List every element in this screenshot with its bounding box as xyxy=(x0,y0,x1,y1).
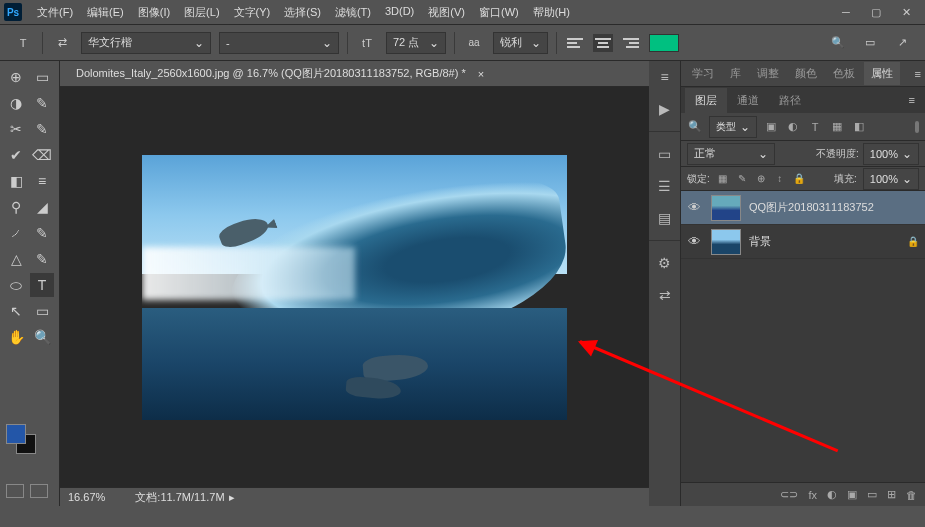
color-picker[interactable] xyxy=(6,424,38,456)
font-style-dropdown[interactable]: - xyxy=(219,32,339,54)
screen-mode-icon[interactable] xyxy=(30,484,48,498)
layers-bottom-icon-0[interactable]: ⊂⊃ xyxy=(780,488,798,501)
text-color-swatch[interactable] xyxy=(649,34,679,52)
lock-icon-3[interactable]: ↕ xyxy=(773,172,787,186)
panel-tab-调整[interactable]: 调整 xyxy=(750,62,786,85)
tool-14[interactable]: △ xyxy=(4,247,28,271)
collapsed-panel-icon-1[interactable]: ▶ xyxy=(655,99,675,119)
font-family-dropdown[interactable]: 华文行楷 xyxy=(81,32,211,54)
foreground-color-swatch[interactable] xyxy=(6,424,26,444)
collapsed-panel-icon-4[interactable]: ☰ xyxy=(655,176,675,196)
collapsed-panel-icon-5[interactable]: ▤ xyxy=(655,208,675,228)
tool-13[interactable]: ✎ xyxy=(30,221,54,245)
layer-filter-icon-1[interactable]: ◐ xyxy=(785,119,801,135)
tool-6[interactable]: ✔ xyxy=(4,143,28,167)
search-icon[interactable]: 🔍 xyxy=(827,32,849,54)
tool-1[interactable]: ▭ xyxy=(30,65,54,89)
workspace-icon[interactable]: ▭ xyxy=(859,32,881,54)
collapsed-panel-icon-3[interactable]: ▭ xyxy=(655,144,675,164)
layers-bottom-icon-3[interactable]: ▣ xyxy=(847,488,857,501)
tool-preset-icon[interactable]: T xyxy=(12,32,34,54)
canvas[interactable] xyxy=(60,87,649,487)
panel-tab-学习[interactable]: 学习 xyxy=(685,62,721,85)
document-tab[interactable]: Dolomites_Italy_2560x1600.jpg @ 16.7% (Q… xyxy=(60,61,649,87)
tool-19[interactable]: ▭ xyxy=(30,299,54,323)
layer-name-label[interactable]: QQ图片20180311183752 xyxy=(749,200,921,215)
blend-mode-dropdown[interactable]: 正常 xyxy=(687,143,775,165)
menu-item-6[interactable]: 滤镜(T) xyxy=(328,5,378,20)
font-size-dropdown[interactable]: 72 点 xyxy=(386,32,446,54)
tool-16[interactable]: ⬭ xyxy=(4,273,28,297)
menu-item-1[interactable]: 编辑(E) xyxy=(80,5,131,20)
tool-8[interactable]: ◧ xyxy=(4,169,28,193)
layers-bottom-icon-4[interactable]: ▭ xyxy=(867,488,877,501)
layer-panel-tab-路径[interactable]: 路径 xyxy=(769,88,811,113)
align-left-button[interactable] xyxy=(565,34,585,52)
collapsed-panel-icon-7[interactable]: ⚙ xyxy=(655,253,675,273)
menu-item-0[interactable]: 文件(F) xyxy=(30,5,80,20)
layer-panel-tab-图层[interactable]: 图层 xyxy=(685,88,727,113)
maximize-button[interactable]: ▢ xyxy=(869,5,883,19)
antialias-dropdown[interactable]: 锐利 xyxy=(493,32,548,54)
menu-item-5[interactable]: 选择(S) xyxy=(277,5,328,20)
layer-name-label[interactable]: 背景 xyxy=(749,234,899,249)
lock-icon-1[interactable]: ✎ xyxy=(735,172,749,186)
tool-21[interactable]: 🔍 xyxy=(30,325,54,349)
layer-panel-tab-通道[interactable]: 通道 xyxy=(727,88,769,113)
layers-bottom-icon-5[interactable]: ⊞ xyxy=(887,488,896,501)
fill-dropdown[interactable]: 100% xyxy=(863,168,919,190)
menu-item-2[interactable]: 图像(I) xyxy=(131,5,177,20)
panel-menu-icon[interactable]: ≡ xyxy=(915,68,921,80)
tool-10[interactable]: ⚲ xyxy=(4,195,28,219)
layer-filter-icon-0[interactable]: ▣ xyxy=(763,119,779,135)
tool-17[interactable]: T xyxy=(30,273,54,297)
filter-toggle-switch[interactable] xyxy=(915,121,919,133)
menu-item-9[interactable]: 窗口(W) xyxy=(472,5,526,20)
layers-bottom-icon-2[interactable]: ◐ xyxy=(827,488,837,501)
tool-15[interactable]: ✎ xyxy=(30,247,54,271)
tool-20[interactable]: ✋ xyxy=(4,325,28,349)
menu-item-7[interactable]: 3D(D) xyxy=(378,5,421,20)
layer-filter-icon-2[interactable]: T xyxy=(807,119,823,135)
lock-icon-2[interactable]: ⊕ xyxy=(754,172,768,186)
tool-0[interactable]: ⊕ xyxy=(4,65,28,89)
filter-kind-dropdown[interactable]: 类型 xyxy=(709,116,757,138)
layer-row-0[interactable]: 👁QQ图片20180311183752 xyxy=(681,191,925,225)
orientation-toggle-icon[interactable]: ⇄ xyxy=(51,32,73,54)
minimize-button[interactable]: ─ xyxy=(839,5,853,19)
menu-item-10[interactable]: 帮助(H) xyxy=(526,5,577,20)
tool-9[interactable]: ≡ xyxy=(30,169,54,193)
align-right-button[interactable] xyxy=(621,34,641,52)
close-button[interactable]: ✕ xyxy=(899,5,913,19)
tool-12[interactable]: ⟋ xyxy=(4,221,28,245)
layer-filter-icon-4[interactable]: ◧ xyxy=(851,119,867,135)
panel-tab-颜色[interactable]: 颜色 xyxy=(788,62,824,85)
tool-3[interactable]: ✎ xyxy=(30,91,54,115)
panel-tab-属性[interactable]: 属性 xyxy=(864,62,900,85)
tool-18[interactable]: ↖ xyxy=(4,299,28,323)
collapsed-panel-icon-0[interactable]: ≡ xyxy=(655,67,675,87)
layer-row-1[interactable]: 👁背景🔒 xyxy=(681,225,925,259)
share-icon[interactable]: ↗ xyxy=(891,32,913,54)
panel-tab-库[interactable]: 库 xyxy=(723,62,748,85)
status-chevron-icon[interactable]: ▸ xyxy=(229,491,235,503)
layer-thumbnail[interactable] xyxy=(711,229,741,255)
collapsed-panel-icon-8[interactable]: ⇄ xyxy=(655,285,675,305)
tool-2[interactable]: ◑ xyxy=(4,91,28,115)
tool-7[interactable]: ⌫ xyxy=(30,143,54,167)
opacity-dropdown[interactable]: 100% xyxy=(863,143,919,165)
layer-visibility-toggle[interactable]: 👁 xyxy=(685,234,703,249)
layer-thumbnail[interactable] xyxy=(711,195,741,221)
menu-item-4[interactable]: 文字(Y) xyxy=(227,5,278,20)
layers-panel-menu-icon[interactable]: ≡ xyxy=(909,94,921,106)
layer-filter-icon-3[interactable]: ▦ xyxy=(829,119,845,135)
layer-visibility-toggle[interactable]: 👁 xyxy=(685,200,703,215)
zoom-level[interactable]: 16.67% xyxy=(68,491,105,503)
menu-item-8[interactable]: 视图(V) xyxy=(421,5,472,20)
lock-icon-0[interactable]: ▦ xyxy=(716,172,730,186)
align-center-button[interactable] xyxy=(593,34,613,52)
layers-bottom-icon-1[interactable]: fx xyxy=(808,489,817,501)
panel-tab-色板[interactable]: 色板 xyxy=(826,62,862,85)
lock-icon-4[interactable]: 🔒 xyxy=(792,172,806,186)
quick-mask-icon[interactable] xyxy=(6,484,24,498)
